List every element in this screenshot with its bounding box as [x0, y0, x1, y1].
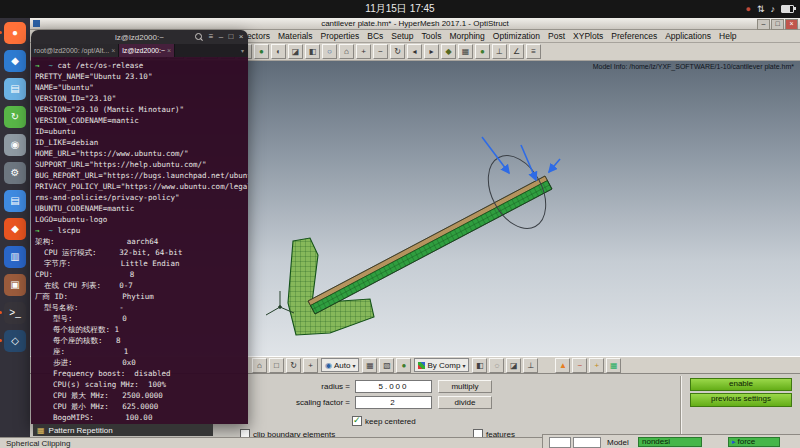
- wireframe-mode-icon[interactable]: ▦: [362, 358, 377, 373]
- component-label: nondesi: [642, 437, 670, 447]
- menu-bcs[interactable]: BCs: [363, 31, 387, 41]
- hidden-line-icon[interactable]: ▧: [379, 358, 394, 373]
- spherical-clip-icon[interactable]: ○: [322, 44, 337, 59]
- menu-icon[interactable]: ≡: [206, 30, 216, 44]
- entity-field-2[interactable]: [573, 437, 601, 448]
- thunderbird-icon[interactable]: ◆: [4, 50, 26, 72]
- hypermesh-titlebar[interactable]: cantilever plate.hm* - HyperMesh 2017.1 …: [30, 18, 800, 30]
- screenshot-tool-icon[interactable]: ◉: [4, 134, 26, 156]
- tab-list-icon[interactable]: ▾: [237, 44, 248, 57]
- update-manager-icon[interactable]: ↻: [4, 106, 26, 128]
- menu-preferences[interactable]: Preferences: [607, 31, 661, 41]
- menu-tools[interactable]: Tools: [418, 31, 446, 41]
- terminal-tab-root[interactable]: root@lzd2000: /opt/Alt... ×: [31, 44, 119, 57]
- terminal-line: ID=ubuntu: [35, 126, 244, 137]
- section-cut-icon[interactable]: ◪: [506, 358, 521, 373]
- multiply-button[interactable]: multiply: [438, 380, 492, 393]
- entity-sets-icon[interactable]: ◆: [441, 44, 456, 59]
- menu-applications[interactable]: Applications: [661, 31, 715, 41]
- view-mode-select[interactable]: ◉ Auto ▾: [321, 358, 359, 372]
- component-nondesign[interactable]: nondesi: [638, 437, 702, 447]
- settings-icon[interactable]: ⚙: [4, 162, 26, 184]
- close-icon[interactable]: ×: [785, 19, 798, 30]
- search-icon[interactable]: [195, 33, 202, 40]
- entity-field-1[interactable]: [549, 437, 571, 448]
- system-tray[interactable]: ●⇅♪: [746, 0, 794, 18]
- menu-properties[interactable]: Properties: [317, 31, 364, 41]
- component-force[interactable]: ▸ force: [728, 437, 780, 447]
- menu-xyplots[interactable]: XYPlots: [569, 31, 607, 41]
- normals-icon[interactable]: ⊥: [492, 44, 507, 59]
- maximize-icon[interactable]: □: [771, 19, 784, 30]
- terminal-line: HOME_URL="https://www.ubuntu.com/": [35, 148, 244, 159]
- clock[interactable]: 11月15日 17:45: [365, 2, 434, 16]
- terminal-line: PRETTY_NAME="Ubuntu 23.10": [35, 71, 244, 82]
- app-center-icon[interactable]: ◆: [4, 218, 26, 240]
- firefox-icon[interactable]: ●: [4, 22, 26, 44]
- terminal-line: BogoMIPS: 100.00: [35, 412, 244, 423]
- menu-post[interactable]: Post: [544, 31, 569, 41]
- pattern-repetition-strip[interactable]: ▦ Pattern Repetition: [33, 424, 213, 436]
- scaling-factor-input[interactable]: 2: [355, 396, 432, 409]
- maximize-icon[interactable]: □: [226, 30, 236, 44]
- shaded-mode-icon[interactable]: ●: [396, 358, 411, 373]
- enable-button[interactable]: enable: [690, 378, 792, 391]
- fit-view-icon[interactable]: ⌂: [339, 44, 354, 59]
- wireframe-icon[interactable]: ▦: [458, 44, 473, 59]
- image-viewer-icon[interactable]: ▣: [4, 274, 26, 296]
- display-all-icon[interactable]: ●: [254, 44, 269, 59]
- contour-icon[interactable]: ▦: [606, 358, 621, 373]
- divide-button[interactable]: divide: [438, 396, 492, 409]
- libreoffice-writer-icon[interactable]: ▥: [4, 246, 26, 268]
- zoom-out-icon[interactable]: −: [373, 44, 388, 59]
- files-icon[interactable]: ▤: [4, 78, 26, 100]
- menu-help[interactable]: Help: [715, 31, 740, 41]
- text-editor-icon[interactable]: ▤: [4, 190, 26, 212]
- menu-setup[interactable]: Setup: [387, 31, 417, 41]
- load-icon[interactable]: +: [589, 358, 604, 373]
- close-icon[interactable]: ×: [111, 47, 115, 54]
- keep-centered-row: keep centered: [352, 416, 416, 426]
- close-icon[interactable]: ×: [167, 47, 171, 54]
- reverse-display-icon[interactable]: ◐: [271, 44, 286, 59]
- model-browser-label: Model: [607, 438, 629, 447]
- radius-input[interactable]: 5.000: [355, 380, 432, 393]
- color-mode-select[interactable]: By Comp ▾: [414, 358, 469, 372]
- menu-morphing[interactable]: Morphing: [445, 31, 488, 41]
- options-icon[interactable]: ≡: [526, 44, 541, 59]
- volume-icon: ♪: [771, 0, 776, 18]
- menu-optimization[interactable]: Optimization: [489, 31, 544, 41]
- zoom-window-icon[interactable]: □: [269, 358, 284, 373]
- keep-centered-checkbox[interactable]: [352, 416, 362, 426]
- close-icon[interactable]: ×: [236, 30, 246, 44]
- curve-icon[interactable]: ~: [572, 358, 587, 373]
- measure-icon[interactable]: ∠: [509, 44, 524, 59]
- minimize-icon[interactable]: –: [216, 30, 226, 44]
- mask-icon[interactable]: ◪: [288, 44, 303, 59]
- menu-materials[interactable]: Materials: [274, 31, 316, 41]
- normals-view-icon[interactable]: ⊥: [523, 358, 538, 373]
- terminal-line: LOGO=ubuntu-logo: [35, 214, 244, 225]
- dynamic-rotate-icon[interactable]: ↻: [286, 358, 301, 373]
- rotate-view-icon[interactable]: ↻: [390, 44, 405, 59]
- element-color-icon[interactable]: ◧: [472, 358, 487, 373]
- terminal-line: 步进: 0x0: [35, 357, 244, 368]
- shaded-icon[interactable]: ●: [475, 44, 490, 59]
- plot-styles-icon[interactable]: ▲: [555, 358, 570, 373]
- terminal-line: Frequency boost: disabled: [35, 368, 244, 379]
- hypermesh-icon[interactable]: ◇: [4, 330, 26, 352]
- transparency-icon[interactable]: ◌: [489, 358, 504, 373]
- center-view-icon[interactable]: +: [303, 358, 318, 373]
- unmask-icon[interactable]: ◧: [305, 44, 320, 59]
- terminal-icon[interactable]: >_: [4, 302, 26, 324]
- next-view-icon[interactable]: ▸: [424, 44, 439, 59]
- terminal-line: → ~ cat /etc/os-release: [35, 60, 244, 71]
- minimize-icon[interactable]: –: [757, 19, 770, 30]
- fit-icon[interactable]: ⌂: [252, 358, 267, 373]
- terminal-body[interactable]: → ~ cat /etc/os-releasePRETTY_NAME="Ubun…: [31, 57, 248, 424]
- terminal-titlebar[interactable]: lz@lzd2000:~ ≡ – □ ×: [31, 30, 248, 44]
- previous-settings-button[interactable]: previous settings: [690, 393, 792, 407]
- zoom-in-icon[interactable]: +: [356, 44, 371, 59]
- terminal-tab-user[interactable]: lz@lzd2000:~ ×: [119, 44, 175, 57]
- prev-view-icon[interactable]: ◂: [407, 44, 422, 59]
